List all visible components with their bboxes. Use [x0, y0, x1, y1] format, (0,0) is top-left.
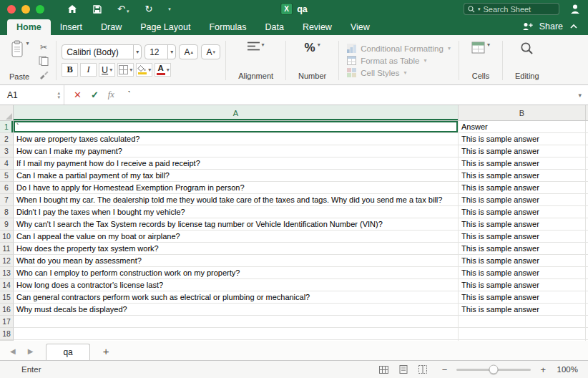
- row-header-10[interactable]: 10: [0, 231, 14, 243]
- row-header-17[interactable]: 17: [0, 316, 14, 328]
- cell-A10[interactable]: Can I appeal the value on my boat or air…: [14, 231, 459, 243]
- undo-button[interactable]: ↶▾: [117, 4, 129, 14]
- cell-A12[interactable]: What do you mean by assessment?: [14, 255, 459, 267]
- cell-A7[interactable]: When I bought my car. The dealership tol…: [14, 194, 459, 206]
- number-group[interactable]: % ▾ Number: [291, 39, 333, 82]
- bold-button[interactable]: B: [62, 63, 78, 77]
- cells-group[interactable]: ▾ Cells: [464, 39, 497, 82]
- column-header-a[interactable]: A: [14, 105, 459, 120]
- row-header-12[interactable]: 12: [0, 255, 14, 267]
- copy-button[interactable]: [36, 55, 51, 66]
- zoom-slider-knob[interactable]: [489, 365, 499, 374]
- cell-B9[interactable]: This is sample answer: [459, 218, 586, 231]
- cut-button[interactable]: ✂: [36, 42, 51, 52]
- redo-button[interactable]: ↻: [144, 4, 152, 14]
- editing-group[interactable]: Editing: [508, 39, 547, 82]
- tab-review[interactable]: Review: [293, 19, 341, 35]
- italic-button[interactable]: I: [80, 63, 97, 77]
- alignment-group[interactable]: ▾ Alignment: [231, 39, 280, 82]
- zoom-in-button[interactable]: +: [540, 365, 546, 374]
- cell-B6[interactable]: This is sample answer: [459, 182, 586, 194]
- name-box[interactable]: A1 ▴ ▾: [0, 85, 64, 105]
- save-icon[interactable]: [93, 5, 102, 14]
- cell-A5[interactable]: Can I make a partial payment of my tax b…: [14, 170, 459, 182]
- row-header-3[interactable]: 3: [0, 145, 14, 158]
- cell-B10[interactable]: This is sample answer: [459, 231, 586, 243]
- normal-view-icon[interactable]: [379, 366, 388, 374]
- share-button[interactable]: Share: [539, 21, 563, 32]
- decrease-font-size-button[interactable]: A▾: [201, 44, 220, 59]
- cell-B13[interactable]: This is sample answer: [459, 267, 586, 279]
- paste-button[interactable]: ▾ Paste: [7, 39, 31, 82]
- toolbar-more-button[interactable]: ▾: [168, 6, 171, 11]
- row-header-14[interactable]: 14: [0, 279, 14, 291]
- row-header-5[interactable]: 5: [0, 170, 14, 182]
- cell-A3[interactable]: How can I make my payment?: [14, 145, 459, 158]
- fill-color-button[interactable]: ▾: [136, 63, 152, 77]
- row-header-1[interactable]: 1: [0, 121, 14, 133]
- cell-A15[interactable]: Can general contractors perform work suc…: [14, 291, 459, 304]
- row-header-2[interactable]: 2: [0, 133, 14, 145]
- format-as-table-button[interactable]: Format as Table ▾: [347, 56, 451, 65]
- cell-B2[interactable]: This is sample answer: [459, 133, 586, 145]
- zoom-slider[interactable]: [456, 369, 531, 371]
- home-icon[interactable]: [67, 4, 77, 14]
- row-header-16[interactable]: 16: [0, 304, 14, 316]
- cell-A18[interactable]: [14, 328, 459, 340]
- ribbon-collapse-icon[interactable]: [569, 24, 578, 29]
- cell-styles-button[interactable]: Cell Styles ▾: [347, 68, 451, 77]
- zoom-level[interactable]: 100%: [555, 365, 578, 374]
- column-header-b[interactable]: B: [459, 105, 586, 120]
- tab-page-layout[interactable]: Page Layout: [131, 19, 200, 35]
- zoom-out-button[interactable]: −: [442, 365, 448, 374]
- cell-A16[interactable]: Why must decals be displayed?: [14, 304, 459, 316]
- account-button[interactable]: [569, 4, 581, 14]
- cell-B18[interactable]: [459, 328, 586, 340]
- cell-A14[interactable]: How long does a contractor's license las…: [14, 279, 459, 291]
- cell-B14[interactable]: This is sample answer: [459, 279, 586, 291]
- row-header-8[interactable]: 8: [0, 206, 14, 218]
- font-name-select[interactable]: Calibri (Body) ▾: [62, 44, 142, 59]
- cell-A6[interactable]: Do I have to apply for Homestead Exempti…: [14, 182, 459, 194]
- cell-B3[interactable]: This is sample answer: [459, 145, 586, 158]
- cell-B15[interactable]: This is sample answer: [459, 291, 586, 304]
- page-break-view-icon[interactable]: [418, 365, 427, 374]
- cell-A4[interactable]: If I mail my payment how do I receive a …: [14, 158, 459, 170]
- row-header-9[interactable]: 9: [0, 218, 14, 231]
- select-all-corner[interactable]: [0, 105, 14, 120]
- row-header-13[interactable]: 13: [0, 267, 14, 279]
- cell-B17[interactable]: [459, 316, 586, 328]
- cell-A2[interactable]: How are property taxes calculated?: [14, 133, 459, 145]
- cell-A17[interactable]: [14, 316, 459, 328]
- sheet-tab-qa[interactable]: qa: [46, 344, 89, 360]
- cell-A13[interactable]: Who can I employ to perform construction…: [14, 267, 459, 279]
- cell-B1[interactable]: Answer: [459, 121, 586, 133]
- borders-button[interactable]: ▾: [117, 63, 134, 77]
- cell-B11[interactable]: This is sample answer: [459, 243, 586, 255]
- cell-A8[interactable]: Didn't I pay the taxes when I bought my …: [14, 206, 459, 218]
- tab-data[interactable]: Data: [255, 19, 293, 35]
- tab-view[interactable]: View: [341, 19, 379, 35]
- tab-home[interactable]: Home: [7, 19, 51, 35]
- cell-B5[interactable]: This is sample answer: [459, 170, 586, 182]
- cell-B12[interactable]: This is sample answer: [459, 255, 586, 267]
- tab-formulas[interactable]: Formulas: [200, 19, 255, 35]
- row-header-18[interactable]: 18: [0, 328, 14, 340]
- row-header-7[interactable]: 7: [0, 194, 14, 206]
- conditional-formatting-button[interactable]: Conditional Formatting ▾: [347, 44, 451, 53]
- row-header-6[interactable]: 6: [0, 182, 14, 194]
- cell-A11[interactable]: How does the property tax system work?: [14, 243, 459, 255]
- format-painter-button[interactable]: [36, 69, 51, 79]
- name-box-spinner[interactable]: ▴ ▾: [57, 91, 60, 99]
- formula-input[interactable]: `: [124, 85, 572, 105]
- insert-function-button[interactable]: fx: [108, 89, 114, 100]
- cell-B7[interactable]: This is sample answer: [459, 194, 586, 206]
- fullscreen-button[interactable]: [36, 5, 44, 14]
- cell-A1[interactable]: `: [14, 121, 459, 133]
- font-color-button[interactable]: A ▾: [155, 63, 171, 77]
- add-sheet-button[interactable]: +: [103, 346, 109, 357]
- tab-insert[interactable]: Insert: [51, 19, 92, 35]
- formula-bar-expand[interactable]: ▾: [572, 85, 588, 105]
- cell-B8[interactable]: This is sample answer: [459, 206, 586, 218]
- font-size-select[interactable]: 12 ▾: [144, 44, 176, 59]
